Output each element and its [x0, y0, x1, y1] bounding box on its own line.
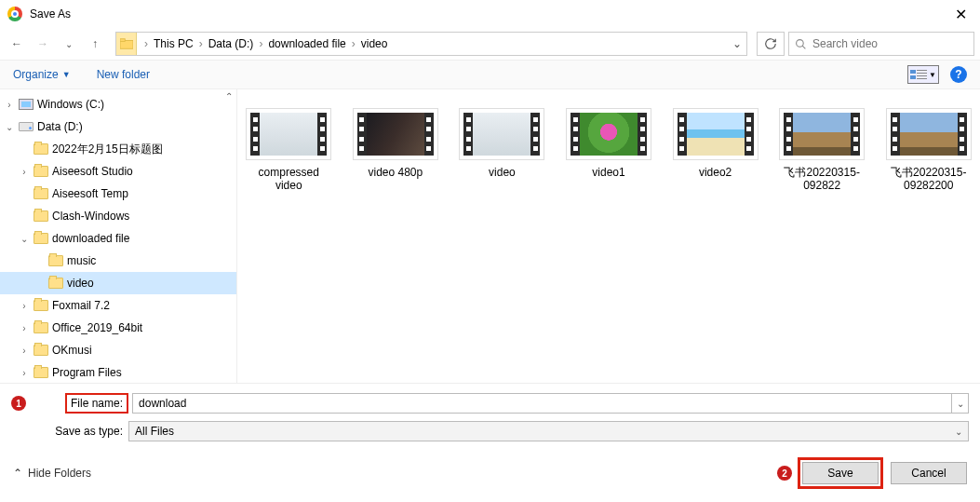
tree-item[interactable]: Clash-Windows	[0, 205, 236, 227]
tree-item[interactable]: video	[0, 272, 236, 294]
expander-icon[interactable]: ⌄	[4, 122, 15, 132]
scroll-up-icon[interactable]: ⌃	[225, 91, 233, 102]
tree-item-label: Aiseesoft Temp	[52, 187, 128, 200]
tree-item[interactable]: ›Program Files	[0, 361, 236, 383]
film-sprocket-icon	[851, 113, 860, 156]
forward-button[interactable]: →	[32, 33, 54, 55]
expander-icon[interactable]: ›	[19, 368, 30, 378]
search-box[interactable]	[788, 32, 974, 56]
video-frame	[566, 108, 651, 160]
video-preview	[900, 113, 958, 156]
expander-icon[interactable]: ›	[19, 167, 30, 177]
titlebar: Save As ✕	[0, 0, 980, 28]
tree-item[interactable]: ›OKmusi	[0, 339, 236, 361]
tree-item[interactable]: ⌄downloaded file	[0, 227, 236, 250]
svg-rect-4	[910, 70, 916, 74]
recent-button[interactable]: ⌄	[58, 33, 80, 55]
chevron-right-icon[interactable]: ›	[142, 37, 150, 50]
folder-icon	[34, 233, 48, 244]
save-highlight: Save	[798, 457, 883, 489]
svg-rect-9	[917, 78, 927, 79]
chevron-down-icon: ▼	[929, 71, 936, 79]
filename-input[interactable]	[132, 393, 952, 414]
file-name: 飞书20220315-09282200	[884, 166, 973, 193]
expander-icon[interactable]: ›	[19, 346, 30, 356]
cancel-button[interactable]: Cancel	[891, 462, 967, 484]
breadcrumb-item[interactable]: downloaded file	[266, 35, 347, 52]
tree-item[interactable]: ›Foxmail 7.2	[0, 294, 236, 317]
tree-item-label: Aiseesoft Studio	[52, 165, 133, 178]
file-thumbnail[interactable]: compressed video	[245, 108, 333, 193]
tree-item[interactable]: 2022年2月15日标题图	[0, 138, 236, 160]
film-sprocket-icon	[958, 113, 967, 156]
tree-item-label: Program Files	[52, 366, 122, 379]
chevron-right-icon: ›	[257, 37, 264, 50]
folder-icon	[48, 255, 63, 266]
svg-point-2	[797, 39, 804, 47]
video-preview	[473, 113, 530, 156]
file-name: video	[458, 166, 546, 179]
drive-icon	[19, 122, 34, 131]
tree-item[interactable]: ⌄Data (D:)	[0, 115, 236, 138]
file-name: compressed video	[245, 166, 333, 193]
film-sprocket-icon	[250, 113, 260, 156]
folder-icon	[48, 278, 63, 289]
hide-folders-button[interactable]: ⌃ Hide Folders	[13, 467, 91, 480]
organize-button[interactable]: Organize ▼	[13, 68, 71, 81]
file-thumbnail[interactable]: 飞书20220315-092822	[778, 108, 866, 193]
folder-icon	[34, 322, 48, 333]
view-mode-button[interactable]: ▼	[907, 65, 939, 84]
refresh-button[interactable]	[757, 32, 785, 56]
expander-icon[interactable]: ›	[19, 301, 30, 311]
tree-item-label: OKmusi	[52, 344, 92, 357]
film-sprocket-icon	[784, 113, 793, 156]
video-frame	[886, 108, 972, 160]
filename-dropdown[interactable]: ⌄	[952, 393, 969, 414]
up-button[interactable]: ↑	[84, 33, 106, 55]
address-dropdown[interactable]: ⌄	[728, 37, 746, 50]
expander-icon[interactable]: ›	[19, 323, 30, 333]
tree-item-label: Data (D:)	[37, 120, 83, 133]
file-thumbnail[interactable]: video1	[565, 108, 653, 193]
tree-item[interactable]: Aiseesoft Temp	[0, 183, 236, 205]
new-folder-button[interactable]: New folder	[97, 68, 150, 81]
breadcrumb-item[interactable]: video	[359, 35, 390, 52]
folder-icon	[116, 33, 137, 55]
svg-line-3	[802, 46, 805, 48]
type-combo[interactable]: All Files ⌄	[128, 421, 969, 441]
video-frame	[673, 108, 758, 160]
file-thumbnail[interactable]: 飞书20220315-09282200	[884, 108, 973, 193]
file-thumbnail[interactable]: video 480p	[352, 108, 440, 193]
film-sprocket-icon	[891, 113, 900, 156]
address-bar[interactable]: › This PC › Data (D:) › downloaded file …	[115, 32, 747, 56]
breadcrumb-item[interactable]: Data (D:)	[207, 35, 256, 52]
tree-item[interactable]: ›Windows (C:)	[0, 93, 236, 115]
file-list[interactable]: compressed videovideo 480pvideovideo1vid…	[237, 89, 980, 383]
film-sprocket-icon	[530, 113, 540, 156]
save-button[interactable]: Save	[802, 462, 879, 484]
annotation-marker-1: 1	[11, 396, 26, 411]
film-sprocket-icon	[571, 113, 580, 156]
type-value: All Files	[135, 425, 174, 438]
expander-icon[interactable]: ⌄	[19, 234, 30, 244]
tree-item[interactable]: ›Aiseesoft Studio	[0, 160, 236, 183]
tree-item[interactable]: ›Office_2019_64bit	[0, 317, 236, 339]
folder-icon	[34, 166, 48, 177]
chevron-down-icon: ▼	[62, 70, 71, 79]
folder-icon	[34, 143, 48, 155]
breadcrumbs: › This PC › Data (D:) › downloaded file …	[137, 35, 728, 52]
file-thumbnail[interactable]: video	[458, 108, 546, 193]
folder-tree[interactable]: ⌃ ›Windows (C:)⌄Data (D:)2022年2月15日标题图›A…	[0, 89, 237, 383]
film-sprocket-icon	[463, 113, 473, 156]
file-thumbnail[interactable]: video2	[671, 108, 759, 193]
back-button[interactable]: ←	[6, 33, 28, 55]
close-button[interactable]: ✕	[949, 6, 973, 23]
tree-item[interactable]: music	[0, 250, 236, 272]
expander-icon[interactable]: ›	[4, 100, 15, 110]
help-button[interactable]: ?	[950, 66, 967, 83]
breadcrumb-item[interactable]: This PC	[152, 35, 195, 52]
video-preview	[793, 113, 851, 156]
mon-icon	[19, 99, 34, 110]
search-input[interactable]	[812, 37, 968, 50]
file-name: 飞书20220315-092822	[778, 166, 866, 193]
